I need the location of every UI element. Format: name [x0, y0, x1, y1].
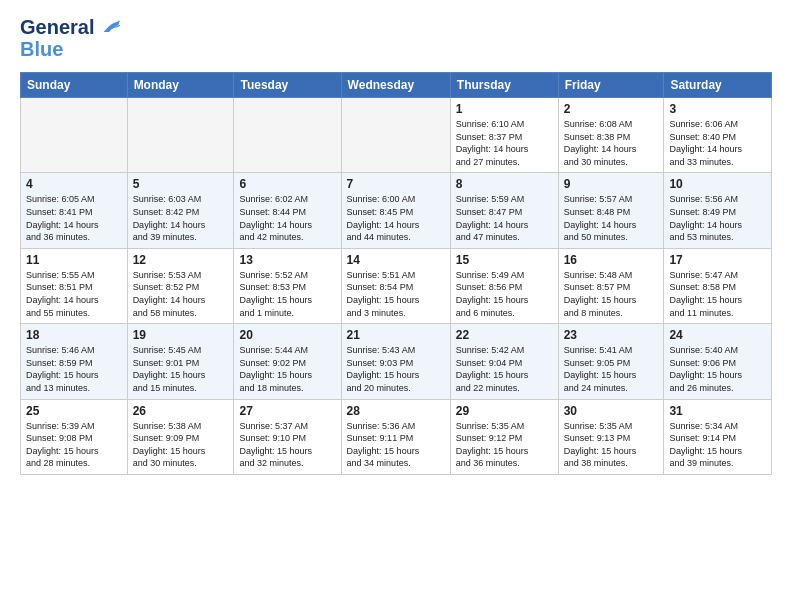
calendar-cell: 4Sunrise: 6:05 AM Sunset: 8:41 PM Daylig… — [21, 173, 128, 248]
day-info: Sunrise: 5:45 AM Sunset: 9:01 PM Dayligh… — [133, 344, 229, 394]
day-info: Sunrise: 6:03 AM Sunset: 8:42 PM Dayligh… — [133, 193, 229, 243]
day-info: Sunrise: 5:36 AM Sunset: 9:11 PM Dayligh… — [347, 420, 445, 470]
day-info: Sunrise: 6:02 AM Sunset: 8:44 PM Dayligh… — [239, 193, 335, 243]
day-info: Sunrise: 5:43 AM Sunset: 9:03 PM Dayligh… — [347, 344, 445, 394]
calendar-cell: 23Sunrise: 5:41 AM Sunset: 9:05 PM Dayli… — [558, 324, 664, 399]
logo: General Blue — [20, 16, 120, 60]
day-number: 16 — [564, 253, 659, 267]
day-info: Sunrise: 5:40 AM Sunset: 9:06 PM Dayligh… — [669, 344, 766, 394]
day-info: Sunrise: 5:56 AM Sunset: 8:49 PM Dayligh… — [669, 193, 766, 243]
day-number: 14 — [347, 253, 445, 267]
day-info: Sunrise: 5:42 AM Sunset: 9:04 PM Dayligh… — [456, 344, 553, 394]
day-number: 29 — [456, 404, 553, 418]
header: General Blue — [20, 16, 772, 60]
calendar-cell: 17Sunrise: 5:47 AM Sunset: 8:58 PM Dayli… — [664, 248, 772, 323]
page: General Blue SundayMondayTuesdayWednesda… — [0, 0, 792, 491]
calendar-cell — [21, 98, 128, 173]
day-info: Sunrise: 6:06 AM Sunset: 8:40 PM Dayligh… — [669, 118, 766, 168]
calendar-cell: 7Sunrise: 6:00 AM Sunset: 8:45 PM Daylig… — [341, 173, 450, 248]
day-number: 26 — [133, 404, 229, 418]
logo-blue: Blue — [20, 38, 120, 60]
weekday-header-tuesday: Tuesday — [234, 73, 341, 98]
day-info: Sunrise: 5:47 AM Sunset: 8:58 PM Dayligh… — [669, 269, 766, 319]
day-info: Sunrise: 5:35 AM Sunset: 9:12 PM Dayligh… — [456, 420, 553, 470]
calendar-cell: 11Sunrise: 5:55 AM Sunset: 8:51 PM Dayli… — [21, 248, 128, 323]
day-info: Sunrise: 5:34 AM Sunset: 9:14 PM Dayligh… — [669, 420, 766, 470]
day-info: Sunrise: 5:55 AM Sunset: 8:51 PM Dayligh… — [26, 269, 122, 319]
day-number: 24 — [669, 328, 766, 342]
calendar-cell — [127, 98, 234, 173]
day-number: 8 — [456, 177, 553, 191]
calendar-cell: 24Sunrise: 5:40 AM Sunset: 9:06 PM Dayli… — [664, 324, 772, 399]
day-info: Sunrise: 5:59 AM Sunset: 8:47 PM Dayligh… — [456, 193, 553, 243]
day-number: 18 — [26, 328, 122, 342]
day-number: 30 — [564, 404, 659, 418]
day-number: 11 — [26, 253, 122, 267]
day-number: 19 — [133, 328, 229, 342]
calendar-cell: 28Sunrise: 5:36 AM Sunset: 9:11 PM Dayli… — [341, 399, 450, 474]
day-info: Sunrise: 5:51 AM Sunset: 8:54 PM Dayligh… — [347, 269, 445, 319]
day-info: Sunrise: 5:46 AM Sunset: 8:59 PM Dayligh… — [26, 344, 122, 394]
calendar-cell: 21Sunrise: 5:43 AM Sunset: 9:03 PM Dayli… — [341, 324, 450, 399]
day-info: Sunrise: 5:53 AM Sunset: 8:52 PM Dayligh… — [133, 269, 229, 319]
calendar-cell: 13Sunrise: 5:52 AM Sunset: 8:53 PM Dayli… — [234, 248, 341, 323]
week-row-5: 25Sunrise: 5:39 AM Sunset: 9:08 PM Dayli… — [21, 399, 772, 474]
calendar-cell: 1Sunrise: 6:10 AM Sunset: 8:37 PM Daylig… — [450, 98, 558, 173]
logo-bird-icon — [102, 20, 120, 34]
calendar-cell: 2Sunrise: 6:08 AM Sunset: 8:38 PM Daylig… — [558, 98, 664, 173]
day-number: 5 — [133, 177, 229, 191]
day-number: 13 — [239, 253, 335, 267]
weekday-header-friday: Friday — [558, 73, 664, 98]
calendar-cell: 14Sunrise: 5:51 AM Sunset: 8:54 PM Dayli… — [341, 248, 450, 323]
day-info: Sunrise: 6:05 AM Sunset: 8:41 PM Dayligh… — [26, 193, 122, 243]
day-info: Sunrise: 6:08 AM Sunset: 8:38 PM Dayligh… — [564, 118, 659, 168]
calendar-cell: 27Sunrise: 5:37 AM Sunset: 9:10 PM Dayli… — [234, 399, 341, 474]
calendar-cell: 9Sunrise: 5:57 AM Sunset: 8:48 PM Daylig… — [558, 173, 664, 248]
day-number: 23 — [564, 328, 659, 342]
day-info: Sunrise: 5:44 AM Sunset: 9:02 PM Dayligh… — [239, 344, 335, 394]
calendar-cell: 3Sunrise: 6:06 AM Sunset: 8:40 PM Daylig… — [664, 98, 772, 173]
calendar-cell — [341, 98, 450, 173]
calendar-cell: 26Sunrise: 5:38 AM Sunset: 9:09 PM Dayli… — [127, 399, 234, 474]
calendar-cell: 19Sunrise: 5:45 AM Sunset: 9:01 PM Dayli… — [127, 324, 234, 399]
day-info: Sunrise: 5:39 AM Sunset: 9:08 PM Dayligh… — [26, 420, 122, 470]
day-info: Sunrise: 5:48 AM Sunset: 8:57 PM Dayligh… — [564, 269, 659, 319]
calendar-cell: 6Sunrise: 6:02 AM Sunset: 8:44 PM Daylig… — [234, 173, 341, 248]
day-number: 22 — [456, 328, 553, 342]
calendar-cell: 5Sunrise: 6:03 AM Sunset: 8:42 PM Daylig… — [127, 173, 234, 248]
day-number: 1 — [456, 102, 553, 116]
day-number: 3 — [669, 102, 766, 116]
day-number: 31 — [669, 404, 766, 418]
weekday-header-wednesday: Wednesday — [341, 73, 450, 98]
calendar-cell: 10Sunrise: 5:56 AM Sunset: 8:49 PM Dayli… — [664, 173, 772, 248]
day-info: Sunrise: 5:35 AM Sunset: 9:13 PM Dayligh… — [564, 420, 659, 470]
day-number: 6 — [239, 177, 335, 191]
day-info: Sunrise: 5:41 AM Sunset: 9:05 PM Dayligh… — [564, 344, 659, 394]
week-row-3: 11Sunrise: 5:55 AM Sunset: 8:51 PM Dayli… — [21, 248, 772, 323]
calendar-cell: 20Sunrise: 5:44 AM Sunset: 9:02 PM Dayli… — [234, 324, 341, 399]
day-number: 17 — [669, 253, 766, 267]
day-info: Sunrise: 5:52 AM Sunset: 8:53 PM Dayligh… — [239, 269, 335, 319]
calendar-cell: 16Sunrise: 5:48 AM Sunset: 8:57 PM Dayli… — [558, 248, 664, 323]
calendar: SundayMondayTuesdayWednesdayThursdayFrid… — [20, 72, 772, 475]
calendar-cell: 25Sunrise: 5:39 AM Sunset: 9:08 PM Dayli… — [21, 399, 128, 474]
calendar-cell: 18Sunrise: 5:46 AM Sunset: 8:59 PM Dayli… — [21, 324, 128, 399]
day-number: 9 — [564, 177, 659, 191]
day-number: 12 — [133, 253, 229, 267]
calendar-cell: 12Sunrise: 5:53 AM Sunset: 8:52 PM Dayli… — [127, 248, 234, 323]
day-info: Sunrise: 5:49 AM Sunset: 8:56 PM Dayligh… — [456, 269, 553, 319]
week-row-2: 4Sunrise: 6:05 AM Sunset: 8:41 PM Daylig… — [21, 173, 772, 248]
day-number: 2 — [564, 102, 659, 116]
day-info: Sunrise: 5:38 AM Sunset: 9:09 PM Dayligh… — [133, 420, 229, 470]
day-info: Sunrise: 5:57 AM Sunset: 8:48 PM Dayligh… — [564, 193, 659, 243]
logo-text: General — [20, 16, 120, 38]
day-info: Sunrise: 6:00 AM Sunset: 8:45 PM Dayligh… — [347, 193, 445, 243]
calendar-cell: 31Sunrise: 5:34 AM Sunset: 9:14 PM Dayli… — [664, 399, 772, 474]
weekday-header-monday: Monday — [127, 73, 234, 98]
week-row-1: 1Sunrise: 6:10 AM Sunset: 8:37 PM Daylig… — [21, 98, 772, 173]
day-info: Sunrise: 6:10 AM Sunset: 8:37 PM Dayligh… — [456, 118, 553, 168]
week-row-4: 18Sunrise: 5:46 AM Sunset: 8:59 PM Dayli… — [21, 324, 772, 399]
calendar-cell: 8Sunrise: 5:59 AM Sunset: 8:47 PM Daylig… — [450, 173, 558, 248]
weekday-header-saturday: Saturday — [664, 73, 772, 98]
day-info: Sunrise: 5:37 AM Sunset: 9:10 PM Dayligh… — [239, 420, 335, 470]
